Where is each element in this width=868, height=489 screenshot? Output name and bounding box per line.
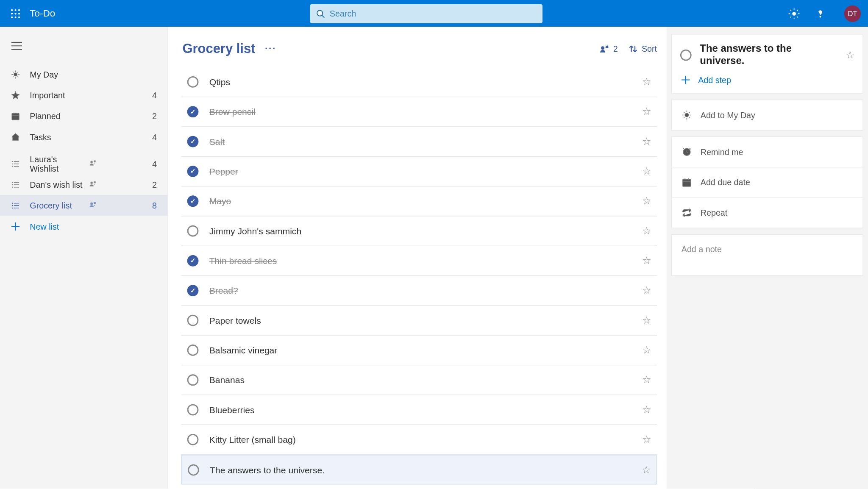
svg-point-45 (94, 181, 95, 183)
gear-icon (788, 8, 800, 19)
task-star-button[interactable]: ☆ (642, 344, 651, 357)
new-list-label: New list (30, 222, 158, 231)
sidebar-userlist-2[interactable]: Grocery list8 (0, 195, 167, 216)
remind-button[interactable]: Remind me (672, 137, 862, 168)
task-row[interactable]: Salt☆ (181, 127, 657, 157)
details-task-title[interactable]: The answers to the universe. (700, 43, 837, 67)
task-checkbox[interactable] (187, 434, 199, 445)
nav-label: Dan's wish list (30, 180, 85, 189)
nav-count: 2 (152, 111, 157, 121)
svg-point-0 (11, 9, 13, 11)
task-star-button[interactable]: ☆ (642, 314, 651, 327)
task-star-button[interactable]: ☆ (642, 284, 651, 297)
task-checkbox[interactable] (187, 404, 199, 416)
task-row[interactable]: Mayo☆ (181, 186, 657, 216)
main-panel: Grocery list ··· 2 Sort Qtips☆Brow penci… (168, 27, 667, 489)
details-complete-checkbox[interactable] (680, 49, 692, 61)
task-star-button[interactable]: ☆ (642, 76, 651, 89)
svg-point-7 (14, 16, 16, 18)
task-star-button[interactable]: ☆ (642, 106, 651, 118)
task-title: Qtips (209, 77, 642, 87)
sidebar-smartlist-1[interactable]: Important4 (0, 85, 167, 106)
list-icon (10, 158, 22, 169)
task-row[interactable]: Kitty Litter (small bag)☆ (181, 425, 657, 455)
svg-marker-25 (12, 92, 19, 98)
task-checkbox[interactable] (187, 76, 199, 88)
task-checkbox[interactable] (187, 315, 199, 326)
sidebar-smartlist-3[interactable]: Tasks4 (0, 126, 167, 147)
add-step-button[interactable]: Add step (680, 75, 854, 85)
list-title[interactable]: Grocery list (182, 41, 255, 57)
task-checkbox[interactable] (187, 345, 199, 356)
remind-label: Remind me (701, 147, 743, 157)
sidebar-smartlist-0[interactable]: My Day (0, 64, 167, 85)
task-checkbox[interactable] (187, 136, 199, 147)
sidebar-userlist-1[interactable]: Dan's wish list2 (0, 174, 167, 195)
task-star-button[interactable]: ☆ (642, 403, 651, 416)
task-row[interactable]: Bananas☆ (181, 365, 657, 395)
home-icon (10, 131, 22, 143)
task-star-button[interactable]: ☆ (642, 195, 651, 208)
task-title: Thin bread slices (209, 256, 642, 266)
task-row[interactable]: Bread?☆ (181, 276, 657, 306)
task-row[interactable]: Balsamic vinegar☆ (181, 336, 657, 365)
app-launcher-icon[interactable] (7, 5, 24, 22)
svg-point-5 (18, 13, 20, 14)
task-row[interactable]: Blueberries☆ (181, 395, 657, 425)
new-list-button[interactable]: New list (0, 216, 167, 236)
settings-button[interactable] (787, 6, 801, 21)
task-checkbox[interactable] (187, 374, 199, 386)
share-icon (599, 44, 609, 54)
repeat-button[interactable]: Repeat (672, 198, 862, 228)
add-step-label: Add step (698, 75, 731, 85)
sort-label: Sort (642, 44, 657, 54)
task-star-button[interactable]: ☆ (642, 225, 651, 237)
search-input[interactable] (330, 8, 537, 18)
list-options-button[interactable]: ··· (265, 44, 276, 54)
svg-point-9 (317, 10, 323, 16)
calendar-icon (10, 110, 22, 122)
task-row[interactable]: Brow pencil☆ (181, 97, 657, 127)
task-star-button[interactable]: ☆ (642, 255, 651, 267)
due-label: Add due date (701, 178, 750, 187)
help-button[interactable] (813, 6, 828, 21)
help-icon (814, 8, 826, 19)
task-row[interactable]: Jimmy John's sammich☆ (181, 217, 657, 246)
task-star-button[interactable]: ☆ (642, 135, 651, 148)
svg-point-33 (12, 161, 13, 161)
task-star-button[interactable]: ☆ (642, 165, 651, 178)
task-checkbox[interactable] (187, 166, 199, 177)
task-row[interactable]: Pepper☆ (181, 157, 657, 186)
sidebar-smartlist-2[interactable]: Planned2 (0, 106, 167, 126)
sort-button[interactable]: Sort (629, 44, 657, 54)
star-icon (10, 89, 22, 101)
search-box[interactable] (310, 4, 542, 23)
sidebar-toggle[interactable] (5, 34, 28, 58)
user-avatar[interactable]: DT (844, 5, 861, 22)
task-row[interactable]: Paper towels☆ (181, 306, 657, 336)
note-field[interactable]: Add a note (671, 234, 863, 276)
task-row[interactable]: Qtips☆ (181, 67, 657, 97)
plus-icon (10, 220, 22, 232)
task-checkbox[interactable] (187, 106, 199, 117)
task-star-button[interactable]: ☆ (642, 374, 651, 386)
task-checkbox[interactable] (188, 464, 199, 475)
task-star-button[interactable]: ☆ (642, 464, 651, 476)
svg-rect-72 (683, 179, 691, 186)
task-star-button[interactable]: ☆ (642, 433, 651, 446)
due-date-button[interactable]: Add due date (672, 167, 862, 198)
task-checkbox[interactable] (187, 285, 199, 296)
details-star-button[interactable]: ☆ (846, 49, 854, 61)
task-checkbox[interactable] (187, 255, 199, 267)
task-checkbox[interactable] (187, 195, 199, 207)
task-checkbox[interactable] (187, 225, 199, 237)
add-to-myday-button[interactable]: Add to My Day (671, 100, 863, 131)
sidebar-userlist-0[interactable]: Laura's Wishlist4 (0, 153, 167, 174)
shared-icon (89, 158, 97, 169)
svg-line-10 (322, 15, 324, 17)
task-title: Kitty Litter (small bag) (209, 434, 642, 445)
task-row[interactable]: Thin bread slices☆ (181, 246, 657, 276)
share-button[interactable]: 2 (599, 44, 618, 54)
task-row[interactable]: The answers to the universe.☆ (181, 455, 657, 484)
svg-point-43 (12, 187, 13, 187)
